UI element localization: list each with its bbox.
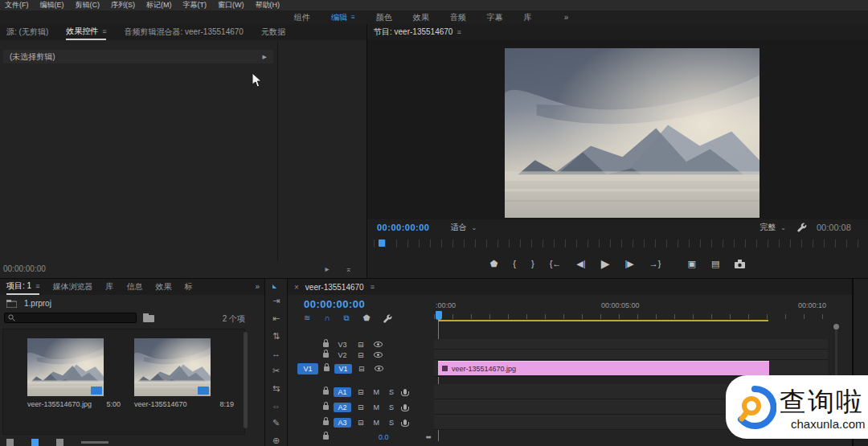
tab-project[interactable]: 项目: 1 ≡ — [6, 279, 39, 295]
menu-help[interactable]: 帮助(H) — [256, 0, 280, 10]
nest-sequence-icon[interactable]: ≋ — [304, 313, 310, 323]
sync-lock-icon[interactable]: ⊟ — [358, 419, 364, 427]
lock-icon[interactable] — [323, 342, 329, 347]
workspace-tab-libraries[interactable]: 库 — [524, 12, 532, 23]
project-scrollbar[interactable] — [244, 332, 248, 428]
close-icon[interactable]: × — [294, 283, 299, 292]
project-item-thumbnail[interactable] — [134, 338, 211, 396]
lock-icon[interactable] — [324, 366, 330, 371]
icon-view-icon[interactable] — [31, 439, 39, 446]
solo-button[interactable]: S — [389, 403, 394, 411]
go-to-in-icon[interactable]: {← — [550, 259, 562, 268]
tab-audio-clip-mixer[interactable]: 音频剪辑混合器: veer-135514670 — [124, 27, 243, 38]
menu-clip[interactable]: 剪辑(C) — [76, 0, 100, 10]
timeline-settings-wrench-icon[interactable] — [383, 314, 392, 323]
panel-menu-icon[interactable]: ≡ — [457, 28, 461, 36]
step-forward-icon[interactable]: |▶ — [624, 259, 633, 269]
extract-icon[interactable]: ▤ — [711, 259, 719, 269]
tab-sequence[interactable]: veer-135514670 — [305, 283, 364, 292]
project-breadcrumb[interactable]: 1.prproj — [6, 299, 51, 308]
workspace-tab-audio[interactable]: 音频 — [450, 12, 466, 23]
expand-arrow-icon[interactable]: ▶ — [263, 54, 267, 60]
track-target-v3[interactable]: V3 — [334, 340, 351, 350]
snap-magnet-icon[interactable]: ∩ — [324, 313, 330, 323]
track-target-a1[interactable]: A1 — [334, 387, 351, 397]
voiceover-mic-icon[interactable] — [403, 419, 407, 425]
tab-effect-controls[interactable]: 效果控件 ≡ — [66, 24, 106, 40]
program-playhead[interactable] — [379, 239, 385, 247]
timeline-scroll-knob-top[interactable] — [833, 324, 839, 329]
search-input[interactable] — [4, 313, 137, 323]
rolling-edit-tool[interactable]: ⇅ — [272, 331, 280, 342]
linked-selection-icon[interactable]: ⧉ — [344, 313, 350, 323]
tab-libraries[interactable]: 库 — [105, 281, 113, 293]
new-bin-folder-icon[interactable] — [143, 313, 154, 322]
track-visibility-icon[interactable] — [374, 352, 383, 358]
timeline-ruler[interactable]: :00:00 00:00:05:00 00:00:10 — [434, 301, 828, 321]
slip-tool[interactable]: ⇆ — [272, 383, 280, 394]
mute-button[interactable]: M — [374, 419, 380, 427]
timeline-timecode[interactable]: 00:00:00:00 — [304, 298, 365, 310]
play-around-icon[interactable]: ▸ — [326, 264, 330, 273]
tab-effects[interactable]: 效果 — [155, 281, 171, 293]
master-gain-value[interactable]: 0.0 — [379, 433, 389, 441]
lock-icon[interactable] — [323, 435, 329, 440]
freeform-view-icon[interactable] — [56, 439, 63, 446]
sync-lock-icon[interactable]: ⊟ — [358, 351, 364, 359]
workspace-tab-effects[interactable]: 效果 — [413, 12, 429, 23]
solo-button[interactable]: S — [389, 388, 394, 396]
voiceover-mic-icon[interactable] — [403, 404, 407, 410]
menu-window[interactable]: 窗口(W) — [218, 0, 244, 10]
add-marker-icon[interactable]: ⬟ — [363, 313, 371, 323]
program-timecode[interactable]: 00:00:00:00 — [377, 223, 429, 232]
workspace-tab-editing[interactable]: 编辑 ≡ — [331, 12, 355, 23]
zoom-slider[interactable] — [81, 441, 108, 444]
tab-program-monitor[interactable]: 节目: veer-135514670 ≡ — [374, 27, 461, 38]
mute-button[interactable]: M — [374, 388, 380, 396]
tab-media-browser[interactable]: 媒体浏览器 — [52, 281, 92, 293]
settings-wrench-icon[interactable] — [797, 223, 807, 232]
workspace-tab-captions[interactable]: 字幕 — [487, 12, 503, 23]
lock-icon[interactable] — [323, 420, 329, 425]
timeline-playhead-handle[interactable] — [436, 311, 442, 320]
export-frame-icon[interactable] — [735, 260, 745, 268]
zoom-level-select[interactable]: 适合 ⌄ — [450, 222, 477, 233]
menu-file[interactable]: 文件(F) — [5, 0, 29, 10]
source-patch-v1[interactable]: V1 — [297, 363, 318, 374]
menu-edit[interactable]: 编辑(E) — [40, 0, 64, 10]
track-target-v2[interactable]: V2 — [334, 350, 351, 360]
export-frame-small-icon[interactable]: ⌅ — [346, 264, 352, 273]
panel-menu-icon[interactable]: ≡ — [371, 283, 375, 291]
workspace-tab-color[interactable]: 颜色 — [376, 12, 392, 23]
track-visibility-icon[interactable] — [374, 342, 383, 347]
workspace-tab-assembly[interactable]: 组件 — [294, 12, 310, 23]
program-scrubber[interactable] — [374, 239, 862, 248]
track-select-forward-tool[interactable]: ⇥ — [272, 296, 280, 306]
lock-icon[interactable] — [323, 390, 329, 395]
voiceover-mic-icon[interactable] — [403, 389, 407, 395]
menu-sequence[interactable]: 序列(S) — [111, 0, 135, 10]
menu-captions[interactable]: 字幕(T) — [183, 0, 207, 10]
menu-markers[interactable]: 标记(M) — [146, 0, 172, 10]
hand-tool[interactable]: ⊕ — [272, 436, 280, 446]
lift-icon[interactable]: ▣ — [687, 259, 695, 269]
track-target-a2[interactable]: A2 — [334, 403, 351, 412]
panel-menu-icon[interactable]: ≡ — [35, 282, 39, 290]
ripple-edit-tool[interactable]: ⇤ — [272, 313, 280, 324]
play-button[interactable]: ▶ — [601, 257, 610, 270]
sync-lock-icon[interactable]: ⊟ — [358, 341, 364, 349]
track-target-a3[interactable]: A3 — [334, 418, 351, 428]
selection-tool[interactable] — [272, 284, 280, 288]
solo-button[interactable]: S — [389, 419, 394, 427]
list-view-icon[interactable] — [6, 439, 14, 446]
fit-timeline-icon[interactable]: ⬌ — [426, 433, 432, 441]
tab-info[interactable]: 信息 — [126, 281, 142, 293]
slide-tool[interactable]: ⇔ — [272, 401, 280, 411]
go-to-out-icon[interactable]: →} — [649, 259, 661, 268]
project-item-thumbnail[interactable] — [27, 338, 104, 396]
playback-resolution-select[interactable]: 完整 ⌄ — [760, 222, 786, 233]
mark-in-icon[interactable]: { — [513, 259, 516, 268]
step-back-icon[interactable]: ◀| — [576, 259, 585, 269]
project-item-label[interactable]: veer-135514670 8:19 — [134, 400, 234, 408]
razor-tool[interactable]: ✂ — [272, 366, 280, 376]
